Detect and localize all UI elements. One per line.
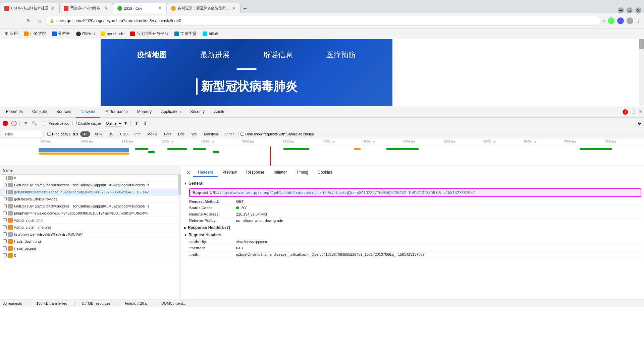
file-item-9[interactable]: i_sus_down.png — [0, 238, 181, 245]
file-item-10[interactable]: i_sus_up.png — [0, 245, 181, 252]
tab-close-3[interactable]: ✕ — [158, 5, 162, 11]
filter-input[interactable] — [3, 131, 43, 137]
network-timeline[interactable]: 500 ms 1000 ms 1500 ms 2000 ms 2500 ms 3… — [0, 139, 644, 166]
file-item-7[interactable]: yiqing_yidian_one.png — [0, 224, 181, 231]
devtools-tab-audits[interactable]: Audits — [209, 106, 230, 118]
file-item-3[interactable]: getHospitalCityByProvince — [0, 196, 181, 203]
hide-data-urls-checkbox[interactable] — [47, 132, 51, 136]
detail-tab-initiator[interactable]: Initiator — [269, 169, 291, 177]
refresh-button[interactable]: ↻ — [24, 16, 34, 25]
file-checkbox-3[interactable] — [3, 197, 7, 201]
scrollbar-thumb[interactable] — [639, 39, 644, 49]
devtools-tab-performance[interactable]: Performance — [100, 106, 132, 118]
tab-realtime[interactable]: 实时更新：新冠肺炎疫情最新动... ✕ — [167, 3, 240, 13]
file-item-5[interactable]: pingd?dm=news.qq.com&pvi=943201580306161… — [0, 210, 181, 217]
throttle-select[interactable]: Online — [104, 120, 123, 127]
tab-close-4[interactable]: ✕ — [231, 5, 236, 11]
bookmark-pyecharts[interactable]: pyecharts — [99, 31, 126, 37]
filter-css-button[interactable]: CSS — [118, 131, 130, 137]
nav-yiqing-ditu[interactable]: 疫情地图 — [137, 50, 167, 60]
filter-media-button[interactable]: Media — [145, 131, 160, 137]
same-site-checkbox[interactable] — [240, 132, 244, 136]
file-checkbox-1[interactable] — [3, 183, 7, 187]
bookmark-apps[interactable]: ⊞ 应用 — [3, 30, 20, 37]
filter-doc-button[interactable]: Doc — [176, 131, 187, 137]
devtools-tab-security[interactable]: Security — [185, 106, 209, 118]
devtools-tab-network[interactable]: Network — [76, 106, 100, 118]
bookmark-wenquan[interactable]: 文泉学堂 — [172, 30, 199, 37]
filter-manifest-button[interactable]: Manifest — [202, 131, 220, 137]
detail-tab-response[interactable]: Response — [241, 169, 269, 177]
file-item-0[interactable]: 0 — [0, 175, 181, 182]
nav-yiliao-yufang[interactable]: 医疗预防 — [326, 50, 356, 60]
ext-icon-1[interactable] — [608, 17, 614, 24]
home-button[interactable]: ⌂ — [35, 16, 44, 25]
file-checkbox-8[interactable] — [3, 232, 7, 236]
maximize-button[interactable]: □ — [627, 7, 633, 13]
minimize-button[interactable]: ─ — [618, 7, 624, 13]
tab-close-2[interactable]: ✕ — [104, 5, 109, 11]
settings-icon[interactable]: ⚙ — [638, 121, 641, 126]
preserve-log-checkbox[interactable]: Preserve log — [43, 121, 69, 125]
disable-cache-input[interactable] — [72, 121, 76, 125]
detail-tab-cookies[interactable]: Cookies — [313, 169, 337, 177]
tab-ncov[interactable]: 2019-nCov ✕ — [113, 3, 167, 13]
filter-js-button[interactable]: JS — [107, 131, 116, 137]
file-scroll-track[interactable] — [178, 175, 181, 299]
bookmark-github[interactable]: GitHub — [74, 31, 97, 37]
file-checkbox-10[interactable] — [3, 246, 7, 250]
filter-ws-button[interactable]: WS — [189, 131, 200, 137]
close-button[interactable]: ✕ — [635, 7, 641, 13]
detail-tab-close[interactable]: ✕ — [184, 169, 193, 177]
file-checkbox-2[interactable] — [3, 190, 7, 194]
user-icon[interactable] — [627, 17, 633, 24]
filter-font-button[interactable]: Font — [162, 131, 174, 137]
import-icon[interactable]: ⬆ — [133, 120, 140, 126]
file-item-4[interactable]: GetDocsByTag?callback=success_jsonCallba… — [0, 203, 181, 210]
file-item-2[interactable]: getOnsInfo?name=disease_h5&callback=jQue… — [0, 189, 181, 196]
devtools-tab-application[interactable]: Application — [156, 106, 185, 118]
same-site-label[interactable]: Only show requests with SameSite issues — [240, 132, 314, 136]
filter-all-button[interactable]: All — [80, 131, 90, 137]
file-item-6[interactable]: yiqing_yidian.png — [0, 217, 181, 224]
export-icon[interactable]: ⬇ — [142, 120, 148, 126]
file-item-8[interactable]: list?province=%E6%B9%96%E5%8C%97 — [0, 231, 181, 238]
file-checkbox-0[interactable] — [3, 176, 7, 180]
request-headers-section[interactable]: Request Headers — [184, 231, 641, 239]
filter-img-button[interactable]: Img — [132, 131, 143, 137]
ext-icon-2[interactable] — [617, 17, 624, 24]
detail-tab-timing[interactable]: Timing — [291, 169, 313, 177]
devtools-tab-elements[interactable]: Elements — [1, 106, 28, 118]
file-checkbox-5[interactable] — [3, 211, 7, 215]
preserve-log-input[interactable] — [43, 121, 47, 125]
tab-csdn[interactable]: CSDN-专业IT技术社区 ✕ — [0, 3, 59, 13]
address-bar[interactable]: 🔒 news.qq.com/zt2020/page/feiyan.htm?fro… — [46, 16, 601, 25]
nav-zuixin-jinzhan[interactable]: 最新进展 — [200, 50, 230, 60]
bookmark-lanqiao[interactable]: 蓝桥杯 — [50, 30, 72, 37]
general-section-header[interactable]: General — [184, 180, 641, 187]
detail-tab-preview[interactable]: Preview — [218, 169, 241, 177]
disable-cache-checkbox[interactable]: Disable cache — [72, 121, 101, 125]
detail-tab-headers[interactable]: Headers — [193, 169, 218, 177]
throttle-selector[interactable]: Online ▼ — [104, 120, 128, 127]
devtools-tab-memory[interactable]: Memory — [132, 106, 156, 118]
file-checkbox-6[interactable] — [3, 218, 7, 222]
devtools-tab-sources[interactable]: Sources — [52, 106, 76, 118]
tab-write[interactable]: 写文章-CSDN博客 ✕ — [59, 3, 113, 13]
bookmark-xiaoxiang[interactable]: 小象学院 — [22, 30, 48, 37]
bookmark-star-icon[interactable]: ☆ — [602, 18, 606, 23]
menu-icon[interactable]: ⋮ — [636, 18, 641, 24]
hide-data-urls-label[interactable]: Hide data URLs — [47, 132, 78, 136]
clear-log-button[interactable]: 🚫 — [11, 120, 17, 126]
close-devtools-button[interactable]: ✕ — [639, 109, 643, 115]
url-input[interactable]: news.qq.com/zt2020/page/feiyan.htm?from=… — [56, 18, 597, 23]
devtools-tab-console[interactable]: Console — [28, 106, 52, 118]
file-scroll-thumb[interactable] — [178, 175, 181, 195]
more-options-icon[interactable]: ⋮ — [631, 109, 636, 115]
filter-icon[interactable]: ⚗ — [22, 120, 29, 126]
forward-button[interactable]: → — [13, 16, 23, 25]
nav-piyao-xinxi[interactable]: 辟谣信息 — [263, 50, 293, 60]
filter-other-button[interactable]: Other — [222, 131, 236, 137]
new-tab-button[interactable]: + — [240, 4, 250, 13]
bookmark-baidu-map[interactable]: 百度地图开放平台 — [128, 30, 170, 37]
